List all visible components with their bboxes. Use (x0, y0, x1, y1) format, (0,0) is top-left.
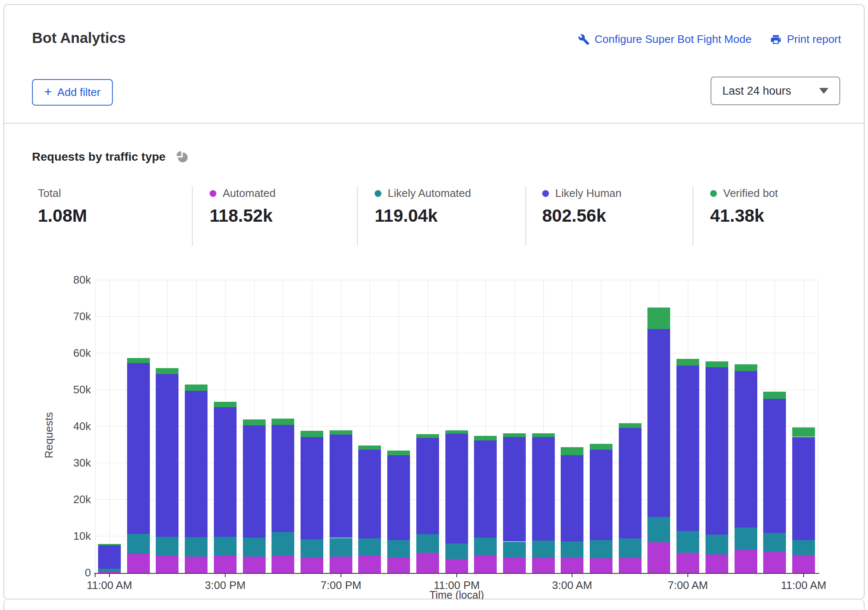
stacked-bar-4-00-am[interactable] (590, 444, 612, 573)
bar-segment-likely-automated (445, 544, 468, 559)
time-range-value: Last 24 hours (722, 85, 791, 98)
stacked-bar-2-00-am[interactable] (532, 434, 555, 573)
bar-segment-verified-bot (792, 427, 815, 437)
stacked-bar-9-00-am[interactable] (735, 364, 757, 573)
bar-segment-likely-human (590, 450, 612, 540)
bar-segment-likely-automated (706, 535, 728, 554)
stacked-bar-1-00-am[interactable] (503, 434, 526, 573)
stacked-bar-1-00-pm[interactable] (156, 368, 178, 573)
bar-segment-likely-automated (647, 517, 670, 542)
print-report-link[interactable]: Print report (770, 33, 841, 46)
bar-segment-verified-bot (676, 359, 699, 366)
bar-segment-automated (474, 555, 497, 573)
bar-segment-likely-human (272, 424, 294, 532)
stacked-bar-4-00-pm[interactable] (243, 419, 266, 573)
bar-segment-automated (647, 542, 670, 573)
chevron-down-icon (819, 88, 828, 94)
y-tick-label: 10k (32, 530, 91, 543)
x-tick-label: 11:00 AM (770, 579, 837, 592)
stacked-bar-11-00-am[interactable] (792, 428, 815, 573)
stat-total: Total 1.08M (38, 187, 87, 226)
bar-segment-automated (358, 556, 381, 573)
stacked-bar-7-00-pm[interactable] (330, 430, 352, 573)
stacked-bar-12-00-pm[interactable] (127, 358, 150, 573)
stacked-bar-5-00-pm[interactable] (272, 419, 294, 573)
bar-segment-likely-human (561, 455, 583, 541)
bar-segment-verified-bot (735, 364, 757, 371)
bar-segment-likely-human (301, 437, 323, 539)
stacked-bar-11-00-am[interactable] (98, 544, 121, 573)
stacked-bar-8-00-am[interactable] (706, 361, 728, 573)
y-tick-label: 0 (32, 566, 91, 579)
stacked-bar-12-00-am[interactable] (474, 436, 497, 573)
wrench-icon (578, 34, 590, 45)
bar-segment-automated (590, 558, 612, 573)
automated-legend-dot (210, 190, 216, 197)
bar-segment-likely-automated (98, 569, 121, 572)
plus-icon: + (44, 85, 52, 98)
stat-divider (692, 187, 693, 246)
bar-segment-likely-automated (763, 533, 786, 552)
plot-area: 11:00 AM3:00 PM7:00 PM11:00 PM3:00 AM7:0… (95, 280, 818, 573)
x-tick (456, 573, 457, 577)
bar-segment-verified-bot (590, 444, 612, 450)
stat-total-label: Total (38, 187, 61, 200)
bar-segment-automated (272, 556, 294, 573)
bar-segment-verified-bot (214, 402, 237, 407)
stacked-bar-10-00-am[interactable] (763, 392, 786, 573)
add-filter-label: Add filter (57, 86, 101, 99)
bar-segment-likely-automated (676, 531, 699, 553)
bar-segment-verified-bot (561, 447, 583, 455)
stacked-bar-7-00-am[interactable] (676, 359, 699, 573)
bar-segment-likely-automated (272, 532, 294, 556)
x-tick-label: 7:00 AM (654, 579, 722, 592)
print-link-label: Print report (787, 33, 841, 46)
stat-likely-human-value: 802.56k (542, 206, 622, 226)
bar-segment-verified-bot (474, 436, 497, 440)
time-range-select[interactable]: Last 24 hours (711, 77, 840, 105)
bar-segment-likely-human (156, 374, 178, 537)
bar-segment-automated (735, 550, 757, 573)
bar-segment-likely-human (127, 363, 150, 534)
bar-segment-likely-human (358, 450, 381, 538)
likely-human-legend-dot (542, 190, 549, 197)
bar-segment-automated (416, 553, 439, 573)
stacked-bar-11-00-pm[interactable] (445, 430, 468, 573)
y-tick-label: 20k (32, 493, 91, 506)
bar-segment-likely-automated (474, 538, 497, 555)
bar-segment-verified-bot (445, 430, 468, 434)
stacked-bar-8-00-pm[interactable] (358, 446, 381, 573)
stat-likely-automated: Likely Automated 119.04k (375, 187, 471, 226)
stat-automated-label: Automated (223, 187, 276, 200)
bar-segment-automated (156, 556, 178, 573)
stat-likely-automated-label: Likely Automated (388, 187, 471, 200)
stacked-bar-3-00-pm[interactable] (214, 402, 237, 573)
stacked-bar-10-00-pm[interactable] (416, 434, 439, 573)
bar-segment-automated (676, 553, 699, 573)
stat-verified-bot-label: Verified bot (723, 187, 778, 200)
verified-bot-legend-dot (710, 190, 717, 197)
bar-segment-verified-bot (619, 423, 642, 428)
stacked-bar-5-00-am[interactable] (619, 423, 642, 573)
bar-segment-likely-human (387, 455, 410, 540)
stacked-bar-9-00-pm[interactable] (387, 451, 410, 573)
stacked-bar-6-00-am[interactable] (647, 307, 670, 573)
stacked-bar-2-00-pm[interactable] (185, 385, 208, 573)
bar-segment-automated (763, 552, 786, 573)
bar-segment-verified-bot (156, 368, 178, 374)
bar-segment-likely-human (214, 407, 237, 537)
stacked-bar-3-00-am[interactable] (561, 447, 583, 573)
x-axis-origin-tick (95, 573, 96, 577)
bar-segment-likely-human (243, 425, 266, 538)
bar-segment-likely-human (792, 437, 815, 540)
bar-segment-verified-bot (503, 433, 526, 437)
y-tick-label: 70k (32, 310, 91, 323)
add-filter-button[interactable]: + Add filter (32, 79, 113, 106)
bar-segment-likely-automated (214, 537, 237, 556)
bar-segment-likely-automated (561, 541, 583, 557)
x-tick (572, 573, 572, 577)
configure-super-bot-fight-mode-link[interactable]: Configure Super Bot Fight Mode (578, 33, 752, 46)
bar-segment-likely-automated (590, 540, 612, 558)
stacked-bar-6-00-pm[interactable] (301, 431, 323, 573)
bar-segment-likely-automated (301, 539, 323, 557)
